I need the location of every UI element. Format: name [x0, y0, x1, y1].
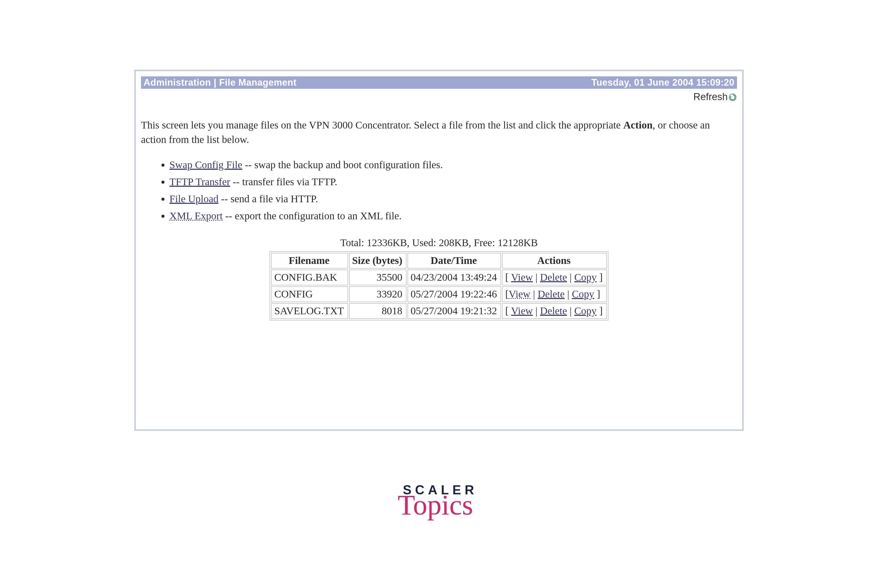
- cell-actions: [ View | Delete | Copy ]: [502, 303, 607, 319]
- refresh-icon: [729, 92, 737, 100]
- cell-size: 35500: [349, 270, 406, 285]
- xml-export-link[interactable]: XML Export: [169, 210, 223, 222]
- copy-link[interactable]: Copy: [572, 288, 594, 300]
- cell-actions: [View | Delete | Copy ]: [502, 286, 607, 302]
- list-item: XML Export -- export the configuration t…: [169, 208, 737, 224]
- action-list: Swap Config File -- swap the backup and …: [156, 157, 737, 224]
- table-header-row: Filename Size (bytes) Date/Time Actions: [271, 253, 607, 268]
- page-timestamp: Tuesday, 01 June 2004 15:09:20: [591, 76, 734, 89]
- table-row: SAVELOG.TXT 8018 05/27/2004 19:21:32 [ V…: [271, 303, 607, 319]
- admin-file-management-panel: Administration | File Management Tuesday…: [134, 70, 744, 431]
- delete-link[interactable]: Delete: [538, 288, 564, 300]
- delete-link[interactable]: Delete: [540, 305, 567, 316]
- col-filename: Filename: [271, 253, 348, 268]
- swap-config-file-link[interactable]: Swap Config File: [169, 159, 242, 171]
- tftp-transfer-link[interactable]: TFTP Transfer: [169, 176, 230, 188]
- cell-size: 33920: [349, 286, 406, 302]
- cell-actions: [ View | Delete | Copy ]: [502, 270, 607, 285]
- view-link[interactable]: View: [509, 288, 531, 300]
- col-size: Size (bytes): [349, 253, 406, 268]
- copy-link[interactable]: Copy: [574, 305, 597, 316]
- cell-filename: CONFIG: [271, 286, 348, 302]
- intro-bold: Action: [623, 119, 652, 131]
- intro-text: This screen lets you manage files on the…: [141, 118, 737, 147]
- table-row: CONFIG 33920 05/27/2004 19:22:46 [View |…: [271, 286, 607, 302]
- cell-datetime: 04/23/2004 13:49:24: [407, 270, 501, 285]
- col-actions: Actions: [502, 253, 607, 268]
- copy-link[interactable]: Copy: [574, 272, 597, 283]
- col-datetime: Date/Time: [407, 253, 501, 268]
- storage-summary: Total: 12336KB, Used: 208KB, Free: 12128…: [141, 237, 737, 249]
- scaler-topics-logo: SCALER Topics: [403, 483, 478, 518]
- view-link[interactable]: View: [511, 272, 533, 283]
- cell-filename: SAVELOG.TXT: [271, 303, 348, 319]
- delete-link[interactable]: Delete: [540, 272, 567, 283]
- cell-datetime: 05/27/2004 19:22:46: [407, 286, 501, 302]
- breadcrumb: Administration | File Management: [144, 76, 296, 89]
- list-item: Swap Config File -- swap the backup and …: [169, 157, 737, 172]
- list-item-desc: -- swap the backup and boot configuratio…: [242, 159, 443, 171]
- file-upload-link[interactable]: File Upload: [169, 193, 218, 205]
- refresh-label: Refresh: [693, 92, 728, 102]
- list-item-desc: -- export the configuration to an XML fi…: [223, 210, 401, 222]
- cell-datetime: 05/27/2004 19:21:32: [407, 303, 501, 319]
- list-item-desc: -- transfer files via TFTP.: [230, 176, 337, 188]
- title-bar: Administration | File Management Tuesday…: [141, 76, 737, 89]
- cell-filename: CONFIG.BAK: [271, 270, 348, 285]
- refresh-row: Refresh: [141, 92, 737, 102]
- file-table: Filename Size (bytes) Date/Time Actions …: [270, 251, 608, 321]
- view-link[interactable]: View: [511, 305, 533, 316]
- list-item-desc: -- send a file via HTTP.: [218, 193, 318, 205]
- intro-part1: This screen lets you manage files on the…: [141, 119, 623, 131]
- refresh-link[interactable]: Refresh: [693, 92, 737, 102]
- logo-line2: Topics: [398, 492, 478, 518]
- table-row: CONFIG.BAK 35500 04/23/2004 13:49:24 [ V…: [271, 270, 607, 285]
- list-item: File Upload -- send a file via HTTP.: [169, 191, 737, 207]
- cell-size: 8018: [349, 303, 406, 319]
- list-item: TFTP Transfer -- transfer files via TFTP…: [169, 174, 737, 190]
